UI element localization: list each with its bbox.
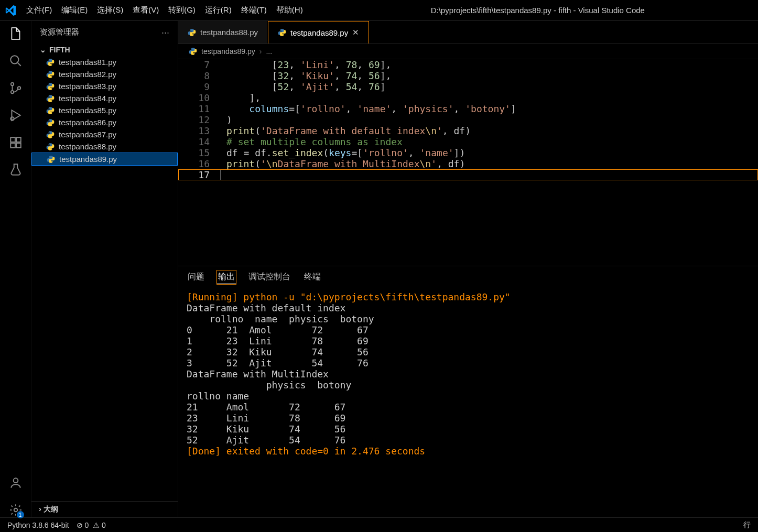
breadcrumb[interactable]: testpandas89.py › ... [178, 44, 758, 59]
chevron-down-icon: ⌄ [40, 46, 46, 54]
run-debug-icon[interactable] [8, 108, 23, 123]
output-line: 52 Ajit 54 76 [187, 435, 750, 446]
file-tree: testpandas81.pytestpandas82.pytestpandas… [31, 56, 178, 501]
output-line: [Done] exited with code=0 in 2.476 secon… [187, 446, 750, 457]
folder-section[interactable]: ⌄ FIFTH [31, 44, 178, 56]
menu-运行(R)[interactable]: 运行(R) [205, 5, 232, 14]
status-errors[interactable]: ⊘ 0 ⚠ 0 [77, 521, 106, 529]
code-line[interactable]: 12) [178, 114, 758, 125]
status-line[interactable]: 行 [743, 520, 751, 530]
menu-转到(G)[interactable]: 转到(G) [168, 5, 196, 14]
titlebar: 文件(F)编辑(E)选择(S)查看(V)转到(G)运行(R)终端(T)帮助(H)… [0, 0, 758, 21]
status-python[interactable]: Python 3.8.6 64-bit [7, 521, 69, 529]
svg-point-2 [10, 91, 13, 93]
output-line: 23 Lini 78 69 [187, 412, 750, 424]
code-editor[interactable]: 7 [23, 'Lini', 78, 69],8 [32, 'Kiku', 74… [178, 59, 758, 266]
extensions-icon[interactable] [8, 135, 23, 150]
file-name: testpandas88.py [59, 142, 116, 151]
panel-tab[interactable]: 输出 [217, 270, 236, 284]
line-number: 17 [178, 169, 220, 180]
code-text [220, 169, 758, 180]
panel-tab[interactable]: 终端 [303, 270, 322, 284]
outline-label: 大纲 [44, 505, 58, 513]
output-line: [Running] python -u "d:\pyprojects\fifth… [187, 291, 750, 302]
file-item[interactable]: testpandas86.py [31, 116, 178, 128]
svg-rect-6 [16, 137, 21, 142]
svg-point-1 [10, 83, 13, 85]
panel-tabs: 问题输出调试控制台终端 [178, 266, 758, 288]
code-line[interactable]: 15df = df.set_index(keys=['rollno', 'nam… [178, 147, 758, 158]
menu-查看(V)[interactable]: 查看(V) [133, 5, 159, 14]
python-icon [188, 28, 196, 37]
breadcrumb-more: ... [266, 47, 272, 56]
line-number: 14 [178, 136, 220, 147]
line-number: 16 [178, 158, 220, 169]
line-number: 7 [178, 59, 220, 70]
code-line[interactable]: 13print('DataFrame with default index\n'… [178, 125, 758, 136]
file-item[interactable]: testpandas88.py [31, 140, 178, 153]
editor-tabs: testpandas88.pytestpandas89.py✕ [178, 21, 758, 44]
file-name: testpandas89.py [59, 155, 117, 164]
code-line[interactable]: 10 ], [178, 92, 758, 103]
file-item[interactable]: testpandas82.py [31, 68, 178, 80]
code-line[interactable]: 7 [23, 'Lini', 78, 69], [178, 59, 758, 70]
file-item[interactable]: testpandas81.py [31, 56, 178, 68]
code-text: print('DataFrame with default index\n', … [220, 125, 758, 136]
output-line: DataFrame with MultiIndex [187, 368, 750, 379]
source-control-icon[interactable] [8, 81, 23, 95]
output-line: 2 32 Kiku 74 56 [187, 346, 750, 357]
code-line[interactable]: 9 [52, 'Ajit', 54, 76] [178, 81, 758, 92]
testing-icon[interactable] [8, 162, 23, 177]
file-name: testpandas85.py [59, 106, 116, 115]
settings-gear-icon[interactable] [8, 503, 23, 517]
python-icon [46, 58, 55, 67]
python-icon [46, 82, 55, 91]
file-item[interactable]: testpandas84.py [31, 92, 178, 104]
menu-终端(T)[interactable]: 终端(T) [241, 5, 267, 14]
status-bar: Python 3.8.6 64-bit ⊘ 0 ⚠ 0 行 [0, 517, 758, 532]
code-line[interactable]: 14# set multiple columns as index [178, 136, 758, 147]
more-actions-icon[interactable]: ⋯ [161, 28, 169, 37]
code-text: df = df.set_index(keys=['rollno', 'name'… [220, 147, 758, 158]
search-icon[interactable] [8, 53, 23, 68]
accounts-icon[interactable] [8, 475, 23, 490]
editor-tab[interactable]: testpandas88.py [178, 21, 268, 44]
menu-编辑(E)[interactable]: 编辑(E) [61, 5, 88, 14]
menu-选择(S)[interactable]: 选择(S) [97, 5, 123, 14]
line-number: 15 [178, 147, 220, 158]
tab-label: testpandas89.py [290, 28, 348, 37]
vscode-logo-icon [4, 5, 17, 16]
output-line: physics botony [187, 379, 750, 390]
menu-帮助(H)[interactable]: 帮助(H) [276, 5, 303, 14]
sidebar-explorer: 资源管理器 ⋯ ⌄ FIFTH testpandas81.pytestpanda… [31, 21, 178, 517]
python-icon [189, 47, 197, 56]
output-line: rollno name physics botony [187, 313, 750, 324]
code-text: ) [220, 114, 758, 125]
file-item[interactable]: testpandas85.py [31, 104, 178, 116]
tab-label: testpandas88.py [200, 28, 258, 37]
code-line[interactable]: 11 columns=['rollno', 'name', 'physics',… [178, 103, 758, 114]
close-icon[interactable]: ✕ [352, 28, 359, 37]
python-icon [46, 118, 55, 127]
file-item[interactable]: testpandas87.py [31, 128, 178, 140]
code-line[interactable]: 17 [178, 169, 758, 180]
code-line[interactable]: 8 [32, 'Kiku', 74, 56], [178, 70, 758, 81]
file-item[interactable]: testpandas83.py [31, 80, 178, 92]
file-item[interactable]: testpandas89.py [31, 153, 178, 166]
editor-tab[interactable]: testpandas89.py✕ [268, 21, 369, 44]
outline-section[interactable]: › 大纲 [31, 501, 178, 517]
panel-tab[interactable]: 问题 [187, 270, 205, 284]
svg-point-10 [14, 508, 17, 512]
panel-tab[interactable]: 调试控制台 [247, 270, 291, 284]
python-icon [46, 94, 55, 103]
code-line[interactable]: 16print('\nDataFrame with MultiIndex\n',… [178, 158, 758, 169]
explorer-icon[interactable] [8, 26, 23, 41]
output-panel[interactable]: [Running] python -u "d:\pyprojects\fifth… [178, 288, 758, 517]
code-text: print('\nDataFrame with MultiIndex\n', d… [220, 158, 758, 169]
file-name: testpandas81.py [59, 58, 116, 67]
code-text: [23, 'Lini', 78, 69], [220, 59, 758, 70]
code-text: columns=['rollno', 'name', 'physics', 'b… [220, 103, 758, 114]
activity-bar [0, 21, 31, 517]
menu-文件(F)[interactable]: 文件(F) [26, 5, 52, 14]
code-text: [52, 'Ajit', 54, 76] [220, 81, 758, 92]
